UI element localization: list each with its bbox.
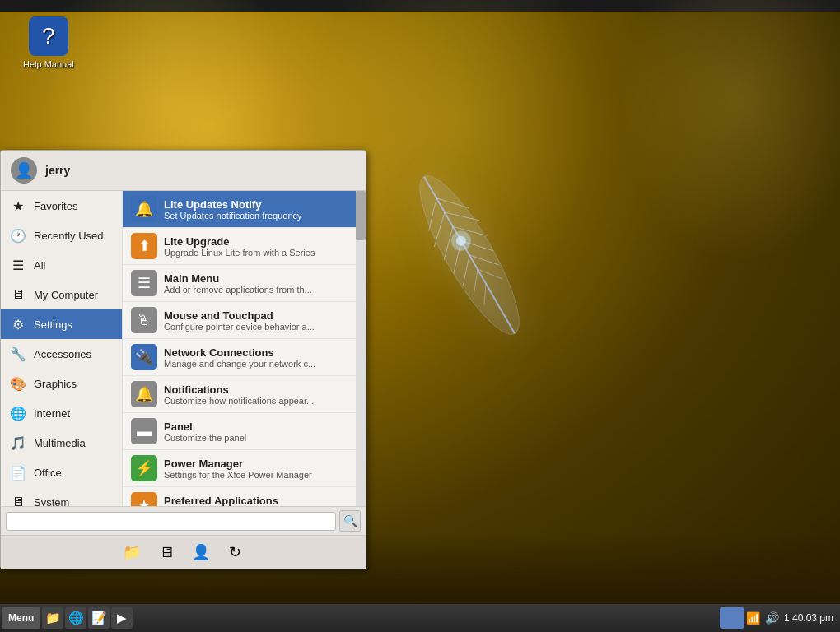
sidebar-label-favorites: Favorites	[34, 200, 77, 212]
sidebar-icon-recently-used: 🕐	[9, 226, 27, 244]
item-icon-notifications: 🔔	[131, 381, 157, 407]
sidebar-icon-accessories: 🔧	[9, 345, 27, 363]
item-text-power-manager: Power Manager Settings for the Xfce Powe…	[164, 458, 348, 480]
taskbar-icon-terminal[interactable]: ▶	[111, 607, 133, 629]
item-text-network-connections: Network Connections Manage and change yo…	[164, 346, 348, 369]
sidebar-label-my-computer: My Computer	[34, 289, 98, 301]
sidebar-icon-office: 📄	[9, 463, 27, 481]
item-text-preferred-applications: Preferred Applications Preferred Applica…	[164, 495, 348, 507]
quicklaunch-refresh[interactable]: ↻	[222, 539, 249, 565]
item-desc-notifications: Customize how notifications appear...	[164, 396, 348, 406]
menu-item-panel[interactable]: ▬ Panel Customize the panel	[123, 413, 366, 450]
sidebar-item-multimedia[interactable]: 🎵Multimedia	[1, 428, 122, 458]
item-icon-mouse-touchpad: 🖱	[131, 307, 157, 333]
sidebar-item-accessories[interactable]: 🔧Accessories	[1, 339, 122, 369]
sidebar-label-all: All	[34, 259, 45, 272]
search-button[interactable]: 🔍	[339, 510, 361, 532]
svg-line-5	[441, 241, 474, 274]
taskbar-tray: 📶 🔊 1:40:03 pm	[746, 611, 838, 625]
sidebar-item-graphics[interactable]: 🎨Graphics	[1, 369, 122, 398]
item-title-lite-upgrade: Lite Upgrade	[164, 235, 348, 248]
system-time: 1:40:03 pm	[784, 612, 833, 624]
item-desc-lite-updates-notify: Set Updates notification frequency	[164, 211, 348, 221]
svg-line-12	[461, 230, 493, 263]
quicklaunch-user[interactable]: 👤	[188, 539, 214, 565]
sidebar-icon-favorites: ★	[9, 197, 27, 215]
scrollbar-thumb[interactable]	[356, 191, 366, 240]
help-manual-icon-img: ?	[29, 16, 68, 56]
sidebar-label-accessories: Accessories	[34, 348, 91, 360]
sidebar-item-my-computer[interactable]: 🖥My Computer	[1, 280, 122, 309]
svg-line-9	[436, 187, 469, 220]
sidebar-item-all[interactable]: ☰All	[1, 250, 122, 280]
item-title-power-manager: Power Manager	[164, 458, 348, 470]
volume-tray-icon[interactable]: 🔊	[765, 611, 779, 625]
menu-body: ★Favorites🕐Recently Used☰All🖥My Computer…	[1, 191, 366, 506]
sidebar-item-office[interactable]: 📄Office	[1, 458, 122, 487]
sidebar-icon-system: 🖥	[9, 493, 27, 506]
menu-item-mouse-touchpad[interactable]: 🖱 Mouse and Touchpad Configure pointer d…	[123, 302, 366, 339]
network-tray-icon[interactable]: 📶	[746, 611, 760, 625]
item-icon-panel: ▬	[131, 418, 157, 444]
menu-item-network-connections[interactable]: 🔌 Network Connections Manage and change …	[123, 339, 366, 376]
svg-line-3	[422, 212, 457, 247]
taskbar-icon-browser[interactable]: 🌐	[65, 607, 86, 629]
sidebar-label-internet: Internet	[34, 407, 70, 420]
svg-line-11	[453, 214, 487, 248]
help-manual-label: Help Manual	[23, 59, 74, 69]
svg-point-15	[448, 227, 475, 254]
menu-button-label: Menu	[8, 612, 34, 624]
taskbar: Menu 📁🌐📝▶ 📶 🔊 1:40:03 pm	[0, 604, 840, 632]
taskbar-icon-files[interactable]: 📁	[42, 607, 63, 629]
menu-item-notifications[interactable]: 🔔 Notifications Customize how notificati…	[123, 376, 366, 413]
menu-item-main-menu[interactable]: ☰ Main Menu Add or remove applications f…	[123, 265, 366, 302]
menu-item-power-manager[interactable]: ⚡ Power Manager Settings for the Xfce Po…	[123, 450, 366, 487]
menu-panel: 👤 jerry ★Favorites🕐Recently Used☰All🖥My …	[0, 150, 366, 569]
item-title-network-connections: Network Connections	[164, 346, 348, 359]
svg-line-6	[451, 255, 481, 286]
item-icon-main-menu: ☰	[131, 270, 157, 296]
menu-button[interactable]: Menu	[2, 607, 40, 629]
sidebar-icon-all: ☰	[9, 256, 27, 274]
quicklaunch-files[interactable]: 📁	[119, 539, 145, 565]
menu-quicklaunch: 📁🖥👤↻	[1, 535, 366, 569]
menu-item-lite-upgrade[interactable]: ⬆ Lite Upgrade Upgrade Linux Lite from w…	[123, 228, 366, 265]
sidebar-label-settings: Settings	[34, 318, 72, 331]
item-icon-preferred-applications: ★	[131, 492, 157, 506]
sidebar-label-multimedia: Multimedia	[34, 437, 86, 449]
item-text-main-menu: Main Menu Add or remove applications fro…	[164, 272, 348, 295]
svg-line-14	[478, 261, 502, 287]
taskbar-icon-notes[interactable]: 📝	[88, 607, 110, 629]
item-text-panel: Panel Customize the panel	[164, 421, 348, 443]
item-icon-lite-updates-notify: 🔔	[131, 196, 157, 222]
item-title-preferred-applications: Preferred Applications	[164, 495, 348, 507]
item-text-lite-updates-notify: Lite Updates Notify Set Updates notifica…	[164, 198, 348, 221]
sidebar-item-recently-used[interactable]: 🕐Recently Used	[1, 221, 122, 250]
sidebar-icon-internet: 🌐	[9, 404, 27, 422]
user-avatar: 👤	[11, 157, 37, 184]
menu-sidebar: ★Favorites🕐Recently Used☰All🖥My Computer…	[1, 191, 123, 506]
svg-line-7	[464, 269, 488, 295]
taskbar-active-window	[720, 607, 744, 629]
svg-line-1	[424, 177, 515, 334]
item-title-lite-updates-notify: Lite Updates Notify	[164, 198, 348, 211]
sidebar-item-favorites[interactable]: ★Favorites	[1, 191, 122, 221]
menu-item-preferred-applications[interactable]: ★ Preferred Applications Preferred Appli…	[123, 487, 366, 506]
sidebar-item-system[interactable]: 🖥System	[1, 487, 122, 506]
sidebar-item-settings[interactable]: ⚙Settings	[1, 309, 122, 339]
sidebar-icon-multimedia: 🎵	[9, 434, 27, 452]
help-manual-icon[interactable]: ? Help Manual	[23, 16, 74, 69]
sidebar-icon-settings: ⚙	[9, 315, 27, 333]
menu-item-lite-updates-notify[interactable]: 🔔 Lite Updates Notify Set Updates notifi…	[123, 191, 366, 228]
quicklaunch-monitor[interactable]: 🖥	[153, 539, 180, 565]
item-title-main-menu: Main Menu	[164, 272, 348, 285]
item-icon-power-manager: ⚡	[131, 455, 157, 481]
item-text-notifications: Notifications Customize how notification…	[164, 383, 348, 406]
sidebar-item-internet[interactable]: 🌐Internet	[1, 398, 122, 428]
item-title-mouse-touchpad: Mouse and Touchpad	[164, 309, 348, 322]
item-desc-network-connections: Manage and change your network c...	[164, 359, 348, 369]
search-input[interactable]	[6, 512, 336, 531]
sidebar-label-graphics: Graphics	[34, 378, 77, 390]
svg-line-2	[417, 198, 449, 231]
item-text-lite-upgrade: Lite Upgrade Upgrade Linux Lite from wit…	[164, 235, 348, 258]
